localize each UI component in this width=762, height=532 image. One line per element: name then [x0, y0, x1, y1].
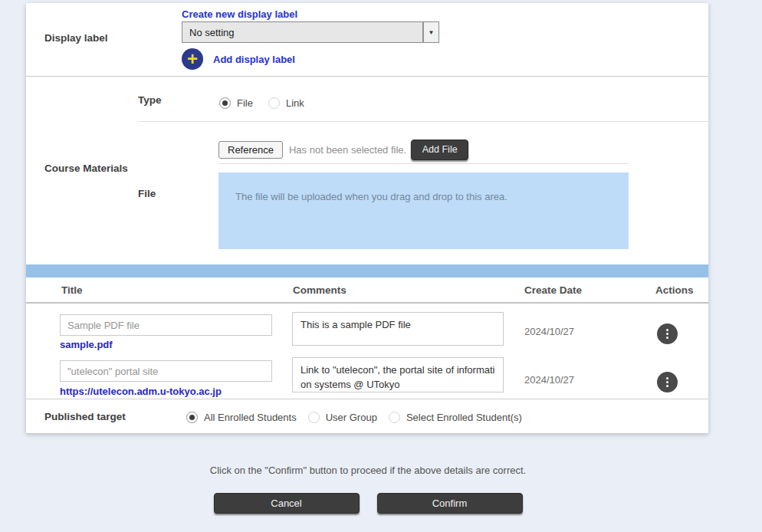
chevron-down-icon: ▼: [429, 29, 435, 36]
add-display-label-button[interactable]: + Add display label: [182, 48, 295, 71]
type-heading: Type: [138, 94, 162, 106]
create-new-display-label-link[interactable]: Create new display label: [182, 8, 297, 20]
confirm-button[interactable]: Confirm: [377, 493, 523, 514]
reference-button[interactable]: Reference: [218, 141, 283, 159]
no-file-selected-text: Has not been selected file.: [289, 144, 406, 156]
radio-user-group[interactable]: [308, 412, 320, 423]
page-background: Display label Create new display label N…: [0, 0, 762, 532]
display-label-heading: Display label: [44, 32, 108, 44]
radio-select-enrolled-students[interactable]: [389, 412, 400, 423]
course-materials-form-panel: Display label Create new display label N…: [26, 3, 708, 433]
radio-type-file[interactable]: [219, 97, 231, 109]
material-comment-box[interactable]: This is a sample PDF file: [292, 312, 504, 346]
radio-select-enrolled-students-label: Select Enrolled Student(s): [406, 412, 522, 423]
column-header-title: Title: [61, 284, 83, 296]
radio-type-file-label: File: [237, 97, 253, 109]
kebab-dot: [666, 329, 668, 331]
course-materials-heading: Course Materials: [44, 163, 128, 174]
column-header-create-date: Create Date: [524, 284, 582, 296]
display-label-select[interactable]: No setting ▼: [182, 21, 439, 43]
confirm-instruction-text: Click on the "Confirm" button to proceed…: [0, 465, 736, 476]
footer-buttons: Cancel Confirm: [0, 493, 736, 514]
type-row-divider: [138, 121, 708, 122]
display-label-select-value: No setting: [182, 21, 423, 43]
select-dropdown-arrow-button[interactable]: ▼: [423, 21, 439, 43]
type-radio-group: File Link: [219, 97, 304, 109]
material-title-input[interactable]: [60, 360, 272, 382]
radio-type-link-label: Link: [286, 97, 304, 109]
radio-type-link[interactable]: [268, 97, 280, 109]
kebab-dot: [666, 333, 668, 335]
column-header-comments: Comments: [293, 284, 347, 296]
material-create-date: 2024/10/27: [524, 326, 574, 337]
material-comment-box[interactable]: Link to "utelecon", the portal site of i…: [292, 357, 504, 392]
dropzone-hint-text: The file will be uploaded when you drag …: [218, 172, 629, 202]
materials-table-header: Title Comments Create Date Actions: [26, 277, 708, 304]
published-target-row: Published target All Enrolled Students U…: [26, 400, 708, 433]
kebab-dot: [666, 377, 668, 379]
row-actions-kebab-button[interactable]: [657, 323, 678, 344]
table-row: sample.pdf This is a sample PDF file 202…: [26, 305, 708, 353]
material-url-link[interactable]: https://utelecon.adm.u-tokyo.ac.jp: [60, 386, 222, 397]
row-actions-kebab-button[interactable]: [657, 372, 678, 392]
radio-all-enrolled-students[interactable]: [186, 412, 198, 423]
section-divider: [26, 76, 708, 77]
material-create-date: 2024/10/27: [524, 374, 574, 386]
published-target-heading: Published target: [44, 411, 126, 422]
file-reference-row: Reference Has not been selected file. Ad…: [218, 138, 468, 161]
file-heading: File: [138, 188, 156, 199]
table-row: https://utelecon.adm.u-tokyo.ac.jp Link …: [26, 353, 708, 399]
radio-all-enrolled-students-label: All Enrolled Students: [204, 412, 297, 423]
reference-row-divider: [218, 163, 629, 164]
add-file-button[interactable]: Add File: [411, 140, 468, 160]
file-dropzone[interactable]: The file will be uploaded when you drag …: [218, 172, 629, 249]
kebab-dot: [666, 381, 668, 383]
column-header-actions: Actions: [655, 284, 694, 296]
cancel-button[interactable]: Cancel: [214, 493, 360, 514]
kebab-dot: [666, 337, 668, 339]
material-title-input[interactable]: [60, 314, 272, 336]
add-display-label-text: Add display label: [213, 54, 295, 65]
radio-user-group-label: User Group: [326, 412, 377, 423]
add-plus-icon: +: [182, 48, 203, 70]
material-file-link[interactable]: sample.pdf: [60, 339, 113, 350]
kebab-dot: [666, 385, 668, 387]
published-target-radio-group: All Enrolled Students User Group Select …: [186, 412, 534, 423]
blue-separator-bar: [26, 264, 708, 277]
